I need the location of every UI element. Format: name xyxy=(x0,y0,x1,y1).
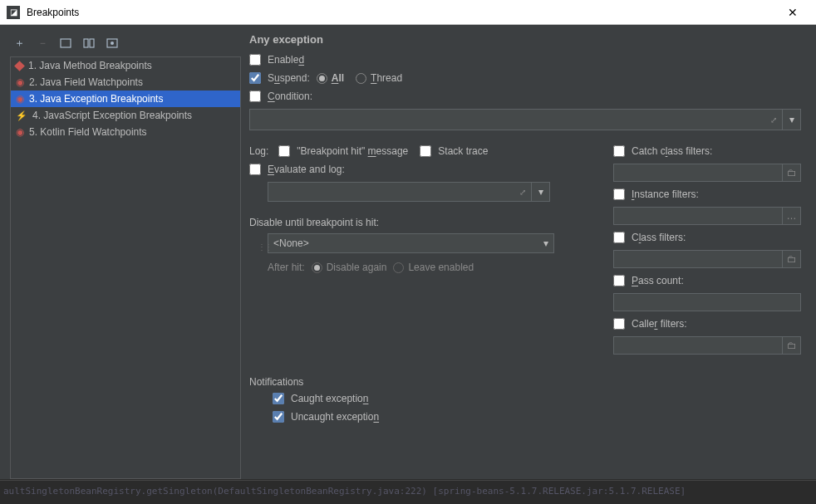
suspend-thread-radio[interactable]: Thread xyxy=(356,72,402,84)
chevron-down-icon: ▾ xyxy=(543,237,548,249)
background-code: aultSingletonBeanRegistry.getSingleton(D… xyxy=(0,480,816,504)
suspend-label: Suspend: xyxy=(268,72,310,84)
enabled-checkbox[interactable] xyxy=(249,54,261,66)
folder-icon[interactable]: 🗀 xyxy=(783,336,801,355)
caller-filters-input[interactable] xyxy=(613,336,783,355)
pass-count-label: Pass count: xyxy=(632,275,684,286)
pass-count-input[interactable] xyxy=(613,293,801,311)
app-icon: ◪ xyxy=(7,6,20,19)
svg-point-4 xyxy=(111,42,114,45)
condition-input[interactable]: ⤢ xyxy=(249,109,783,130)
caught-exception-checkbox[interactable] xyxy=(273,393,284,404)
condition-checkbox[interactable] xyxy=(249,91,261,102)
evaluate-log-input[interactable]: ⤢ xyxy=(268,182,532,202)
uncaught-exception-checkbox[interactable] xyxy=(273,411,284,423)
bolt-icon: ⚡ xyxy=(16,110,27,121)
group-by-type-icon[interactable] xyxy=(60,37,71,49)
disable-until-select[interactable]: <None> ▾ xyxy=(268,233,554,253)
catch-class-filters-checkbox[interactable] xyxy=(613,145,625,157)
tree-toolbar: ＋ － xyxy=(10,33,241,53)
tree-item-label: 2. Java Field Watchpoints xyxy=(29,76,143,88)
diamond-icon xyxy=(14,61,25,71)
tree-item-label: 4. JavaScript Exception Breakpoints xyxy=(32,110,192,121)
add-icon[interactable]: ＋ xyxy=(13,37,25,49)
view-options-icon[interactable] xyxy=(106,37,118,49)
stack-trace-label: Stack trace xyxy=(438,145,488,157)
bp-hit-message-checkbox[interactable] xyxy=(278,145,290,157)
tree-item-label: 5. Kotlin Field Watchpoints xyxy=(29,126,147,138)
leave-enabled-radio[interactable]: Leave enabled xyxy=(393,262,474,273)
bp-hit-message-label: "Breakpoint hit" message xyxy=(297,145,408,157)
disable-until-value: <None> xyxy=(273,237,309,249)
uncaught-exception-label: Uncaught exception xyxy=(291,411,379,423)
breakpoint-tree[interactable]: 1. Java Method Breakpoints◉2. Java Field… xyxy=(10,56,241,479)
expand-icon[interactable]: ⤢ xyxy=(770,115,777,125)
class-filters-label: Class filters: xyxy=(632,232,686,243)
eye-icon: ◉ xyxy=(16,126,24,138)
window-titlebar: ◪ Breakpoints ✕ xyxy=(0,0,816,25)
folder-icon[interactable]: 🗀 xyxy=(783,164,801,182)
log-label: Log: xyxy=(249,145,268,157)
tree-item-label: 1. Java Method Breakpoints xyxy=(28,60,152,71)
folder-icon[interactable]: 🗀 xyxy=(783,250,801,268)
eye-icon: ◉ xyxy=(16,93,24,105)
instance-filters-checkbox[interactable] xyxy=(613,188,625,200)
radio-off-icon xyxy=(393,262,404,273)
evaluate-history-dropdown[interactable]: ▾ xyxy=(532,182,550,202)
resize-handle-icon[interactable]: ⋮⋮ xyxy=(258,242,271,252)
group-by-file-icon[interactable] xyxy=(83,37,95,49)
suspend-checkbox[interactable] xyxy=(249,72,261,84)
eye-icon: ◉ xyxy=(16,76,24,88)
remove-icon: － xyxy=(37,37,48,49)
catch-class-filters-label: Catch class filters: xyxy=(632,145,712,157)
svg-rect-2 xyxy=(90,39,94,47)
caller-filters-checkbox[interactable] xyxy=(613,318,625,330)
caught-exception-label: Caught exception xyxy=(291,393,368,404)
instance-filters-label: Instance filters: xyxy=(632,188,699,200)
pass-count-checkbox[interactable] xyxy=(613,275,625,286)
disable-again-radio[interactable]: Disable again xyxy=(312,262,387,273)
enabled-label: Enabled xyxy=(268,54,304,66)
suspend-all-radio[interactable]: All xyxy=(317,72,344,84)
evaluate-log-label: Evaluate and log: xyxy=(268,164,345,175)
catch-class-filters-input[interactable] xyxy=(613,164,783,182)
stack-trace-checkbox[interactable] xyxy=(420,145,431,157)
svg-rect-0 xyxy=(61,39,71,47)
more-icon[interactable]: … xyxy=(783,207,801,225)
radio-on-icon xyxy=(312,262,322,273)
breakpoint-details-panel: Any exception Enabled Suspend: All Threa… xyxy=(249,33,806,479)
breakpoints-tree-panel: ＋ － 1. Java Method Breakpoints◉2. Java F… xyxy=(10,33,241,479)
class-filters-checkbox[interactable] xyxy=(613,232,625,243)
close-icon[interactable]: ✕ xyxy=(776,0,809,25)
disable-until-label: Disable until breakpoint is hit: xyxy=(249,217,588,228)
instance-filters-input[interactable] xyxy=(613,207,783,225)
expand-icon[interactable]: ⤢ xyxy=(519,188,526,197)
caller-filters-label: Caller filters: xyxy=(632,318,687,330)
tree-item[interactable]: ◉3. Java Exception Breakpoints xyxy=(11,91,240,107)
window-title: Breakpoints xyxy=(27,7,776,18)
class-filters-input[interactable] xyxy=(613,250,783,268)
svg-rect-1 xyxy=(84,39,88,47)
condition-history-dropdown[interactable]: ▾ xyxy=(783,109,801,130)
condition-label: Condition: xyxy=(268,91,312,102)
evaluate-log-checkbox[interactable] xyxy=(249,164,261,175)
tree-item-label: 3. Java Exception Breakpoints xyxy=(29,93,163,105)
tree-item[interactable]: ⚡4. JavaScript Exception Breakpoints xyxy=(11,107,240,124)
tree-item[interactable]: 1. Java Method Breakpoints xyxy=(11,57,240,74)
radio-on-icon xyxy=(317,73,327,84)
radio-off-icon xyxy=(356,73,366,84)
notifications-label: Notifications xyxy=(249,376,801,388)
tree-item[interactable]: ◉5. Kotlin Field Watchpoints xyxy=(11,124,240,140)
tree-item[interactable]: ◉2. Java Field Watchpoints xyxy=(11,74,240,91)
panel-title: Any exception xyxy=(249,33,801,46)
after-hit-label: After hit: xyxy=(268,262,305,273)
